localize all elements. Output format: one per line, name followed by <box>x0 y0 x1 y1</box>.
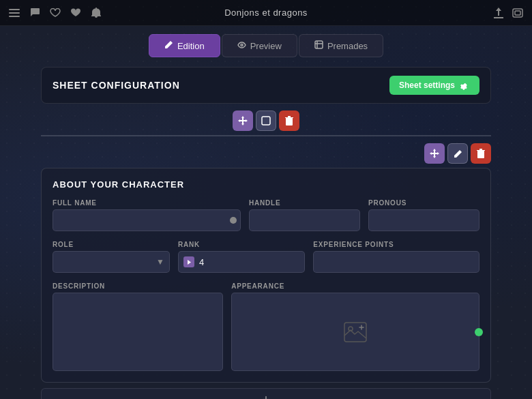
section-move-icon <box>430 149 439 158</box>
svg-rect-1 <box>9 12 20 14</box>
trash-icon <box>285 116 293 125</box>
top-bar-left <box>8 7 102 19</box>
form-row-1: FULL NAME HANDLE PRONOUS <box>53 199 479 231</box>
full-name-dot <box>230 217 237 224</box>
appearance-dot <box>475 328 483 336</box>
role-group: ROLE ▼ <box>53 241 170 273</box>
rank-label: RANK <box>178 241 305 248</box>
share-icon[interactable] <box>492 7 505 19</box>
row-divider <box>41 135 491 136</box>
appearance-box[interactable] <box>231 293 479 371</box>
nav-tabs: Edition Preview Premades <box>0 26 532 64</box>
form-row-2: ROLE ▼ RANK <box>53 241 479 273</box>
pronous-label: PRONOUS <box>368 199 479 207</box>
select-icon <box>261 116 271 125</box>
chat-icon[interactable] <box>29 7 41 19</box>
handle-group: HANDLE <box>249 199 360 231</box>
section-heading: ABOUT YOUR CHARACTER <box>53 179 479 190</box>
full-name-input-wrapper <box>53 209 241 231</box>
edit-icon <box>454 149 462 158</box>
appearance-group: APPEARANCE <box>231 282 479 371</box>
row-delete-button[interactable] <box>279 110 299 131</box>
experience-points-group: EXPERIENCE POINTS <box>313 241 479 273</box>
character-section: ABOUT YOUR CHARACTER FULL NAME HANDLE PR… <box>41 168 491 383</box>
sheet-config-title: SHEET CONFIGURATION <box>53 80 180 91</box>
app-title: Donjons et dragons <box>224 8 308 18</box>
menu-icon[interactable] <box>8 7 20 19</box>
tab-premades[interactable]: Premades <box>299 34 383 57</box>
bottom-row: DESCRIPTION APPEARANCE <box>53 282 479 371</box>
role-label: ROLE <box>53 241 170 248</box>
svg-rect-9 <box>262 117 270 125</box>
experience-points-input[interactable] <box>313 251 479 273</box>
top-bar: Donjons et dragons <box>0 0 532 26</box>
tab-preview-label: Preview <box>250 41 282 51</box>
section-delete-button[interactable] <box>471 143 491 164</box>
row-toolbar <box>41 110 491 131</box>
svg-rect-6 <box>315 41 323 48</box>
tab-premades-label: Premades <box>327 41 368 51</box>
add-row-button[interactable]: + <box>41 388 491 399</box>
svg-rect-4 <box>515 11 520 15</box>
description-textarea[interactable] <box>53 293 223 371</box>
sheet-config-bar: SHEET CONFIGURATION Sheet settings <box>41 67 491 104</box>
image-placeholder <box>344 322 367 342</box>
section-move-button[interactable] <box>424 143 445 164</box>
section-edit-button[interactable] <box>447 143 468 164</box>
tab-edition[interactable]: Edition <box>149 34 220 57</box>
bell-icon[interactable] <box>90 7 102 19</box>
full-name-input[interactable] <box>53 209 241 231</box>
premades-icon <box>314 40 323 51</box>
heart-outline-icon[interactable] <box>49 7 61 19</box>
description-group: DESCRIPTION <box>53 282 223 371</box>
section-trash-icon <box>477 149 485 158</box>
sheet-settings-label: Sheet settings <box>399 80 455 90</box>
description-label: DESCRIPTION <box>53 282 223 290</box>
svg-rect-2 <box>9 16 20 17</box>
preview-icon <box>237 41 246 50</box>
tab-edition-label: Edition <box>177 41 205 51</box>
rank-input-wrapper <box>178 251 305 273</box>
row-select-button[interactable] <box>256 110 276 131</box>
tab-preview[interactable]: Preview <box>222 34 297 57</box>
content-area: ABOUT YOUR CHARACTER FULL NAME HANDLE PR… <box>41 110 491 399</box>
appearance-label: APPEARANCE <box>231 282 479 290</box>
svg-rect-0 <box>9 9 20 10</box>
heart-filled-icon[interactable] <box>70 7 82 19</box>
role-select-wrapper: ▼ <box>53 251 170 273</box>
svg-point-5 <box>241 44 243 46</box>
rank-group: RANK <box>178 241 305 273</box>
screenshot-icon[interactable] <box>512 7 524 19</box>
top-bar-right <box>492 7 524 19</box>
rank-icon <box>183 256 194 267</box>
sheet-settings-button[interactable]: Sheet settings <box>389 76 479 95</box>
full-name-group: FULL NAME <box>53 199 241 231</box>
image-icon <box>344 322 367 342</box>
svg-rect-3 <box>513 9 522 17</box>
handle-input[interactable] <box>249 209 360 231</box>
pronous-group: PRONOUS <box>368 199 479 231</box>
add-row-icon: + <box>263 393 270 400</box>
row-move-button[interactable] <box>233 110 253 131</box>
rank-input[interactable] <box>178 251 305 273</box>
experience-points-label: EXPERIENCE POINTS <box>313 241 479 248</box>
full-name-label: FULL NAME <box>53 199 241 207</box>
role-select[interactable] <box>53 251 170 273</box>
edition-icon <box>164 40 173 51</box>
pronous-input[interactable] <box>368 209 479 231</box>
gear-icon <box>460 80 470 90</box>
section-toolbar <box>41 143 491 164</box>
handle-label: HANDLE <box>249 199 360 207</box>
move-icon <box>238 116 248 125</box>
